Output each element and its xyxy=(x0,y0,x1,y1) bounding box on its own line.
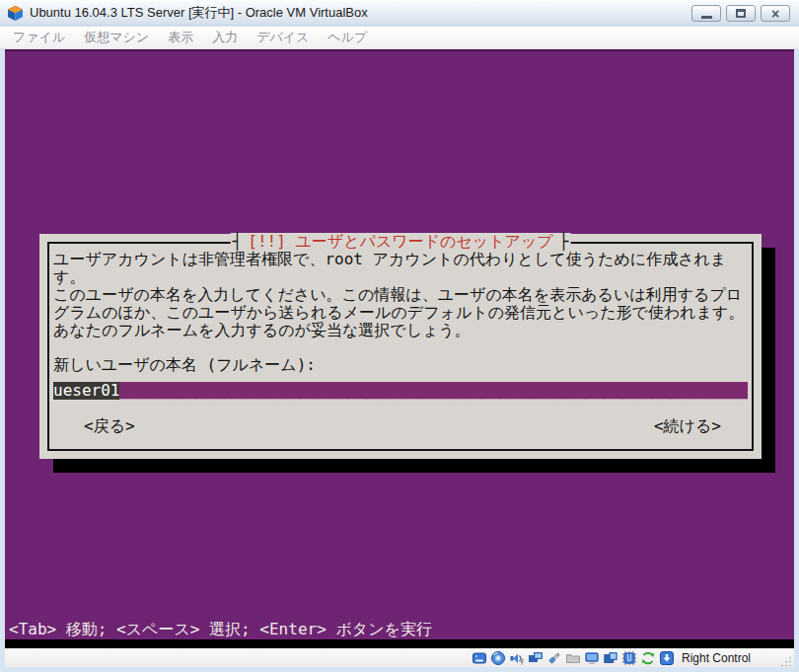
vbox-statusbar: U Right Control xyxy=(5,648,794,667)
fullname-input-value: ueser01 xyxy=(53,382,119,400)
hard-disks-icon[interactable] xyxy=(472,649,488,666)
svg-text:U: U xyxy=(627,654,632,663)
input-underscores: ________________________________________… xyxy=(119,382,748,400)
resize-grip-icon[interactable] xyxy=(780,653,792,665)
key-hint-line: <Tab> 移動; <スペース> 選択; <Enter> ボタンを実行 xyxy=(9,622,432,637)
installer-dialog: ┤[!!] ユーザとパスワードのセットアップ├ ユーザアカウントは非管理者権限で… xyxy=(39,234,762,459)
virtualbox-window: { "titlebar": { "title": "Ubuntu 16.04.3… xyxy=(0,0,799,672)
menu-input[interactable]: 入力 xyxy=(212,29,238,46)
minimize-button[interactable] xyxy=(691,5,721,22)
menu-file[interactable]: ファイル xyxy=(13,29,65,46)
display-icon[interactable] xyxy=(584,649,601,666)
video-capture-icon[interactable] xyxy=(603,649,619,666)
close-button[interactable]: × xyxy=(761,5,790,22)
optical-drives-icon[interactable] xyxy=(490,649,507,666)
window-title: Ubuntu 16.04.3 LTS Server [実行中] - Oracle… xyxy=(30,4,368,22)
close-icon: × xyxy=(771,7,779,21)
mouse-integration-icon[interactable] xyxy=(640,649,657,666)
dialog-buttons-row: <戻る> <続ける> xyxy=(53,417,748,435)
features-icon[interactable]: U xyxy=(621,649,638,666)
restore-icon xyxy=(736,9,746,18)
back-button[interactable]: <戻る> xyxy=(84,417,135,435)
title-right-tick: ├ xyxy=(559,232,569,251)
menu-help[interactable]: ヘルプ xyxy=(327,29,367,46)
console-bottom-strip xyxy=(5,639,794,648)
host-key-label: Right Control xyxy=(682,651,751,665)
menu-devices[interactable]: デバイス xyxy=(256,29,309,46)
menubar: ファイル 仮想マシン 表示 入力 デバイス ヘルプ xyxy=(0,27,799,49)
titlebar[interactable]: Ubuntu 16.04.3 LTS Server [実行中] - Oracle… xyxy=(0,0,799,26)
menu-view[interactable]: 表示 xyxy=(168,29,193,46)
keyboard-icon[interactable] xyxy=(659,649,676,666)
usb-icon[interactable] xyxy=(546,649,563,666)
restore-button[interactable] xyxy=(726,5,756,22)
network-icon[interactable] xyxy=(528,649,545,666)
dialog-paragraph-1: ユーザアカウントは非管理者権限で、root アカウントの代わりとして使うために作… xyxy=(53,251,750,286)
dialog-title: ┤[!!] ユーザとパスワードのセットアップ├ xyxy=(231,233,571,251)
shared-folders-icon[interactable] xyxy=(565,649,582,666)
title-left-tick: ┤ xyxy=(233,232,243,251)
vm-console[interactable]: ┤[!!] ユーザとパスワードのセットアップ├ ユーザアカウントは非管理者権限で… xyxy=(5,49,794,639)
continue-button[interactable]: <続ける> xyxy=(654,417,721,435)
fullname-field-label: 新しいユーザの本名 (フルネーム): xyxy=(53,356,316,374)
menu-machine[interactable]: 仮想マシン xyxy=(84,29,149,46)
audio-icon[interactable] xyxy=(509,649,526,666)
fullname-input[interactable]: ueser01_________________________________… xyxy=(53,382,748,400)
virtualbox-logo-icon xyxy=(7,5,24,21)
dialog-title-text: [!!] ユーザとパスワードのセットアップ xyxy=(242,232,558,251)
dialog-paragraph-2: このユーザの本名を入力してください。この情報は、ユーザの本名を表示あるいは利用す… xyxy=(53,286,750,339)
minimize-icon xyxy=(701,16,712,19)
